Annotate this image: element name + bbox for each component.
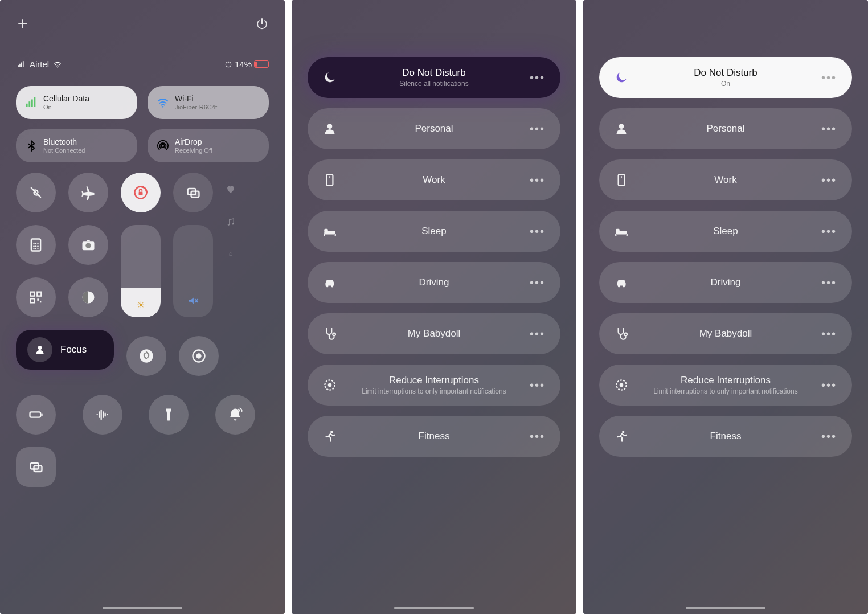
mirror-icon xyxy=(185,185,201,200)
focus-item-title: Reduce Interruptions xyxy=(681,375,771,386)
bluetooth-tile[interactable]: Bluetooth Not Connected xyxy=(16,129,137,162)
wifi-title: Wi-Fi xyxy=(175,94,217,104)
cellular-data-tile[interactable]: Cellular Data On xyxy=(16,86,137,119)
shazam-button[interactable] xyxy=(126,336,166,376)
work-icon xyxy=(322,173,337,187)
battery-icon xyxy=(254,60,269,68)
wave-icon xyxy=(95,407,110,423)
calculator-button[interactable] xyxy=(16,225,56,265)
dark-mode-icon xyxy=(80,289,96,305)
focus-item-title: Work xyxy=(423,174,445,186)
shazam-icon xyxy=(138,348,154,364)
alarm-button[interactable] xyxy=(215,395,255,435)
screen-record-button[interactable] xyxy=(179,336,219,376)
carrier-label: Airtel xyxy=(30,59,49,69)
battery-icon xyxy=(28,407,44,423)
focus-option-work[interactable]: Work ••• xyxy=(599,159,852,200)
low-power-button[interactable] xyxy=(16,395,56,435)
mute-icon xyxy=(187,294,199,307)
person-icon xyxy=(614,121,629,136)
dark-mode-button[interactable] xyxy=(68,277,108,317)
focus-option-my-babydoll[interactable]: My Babydoll ••• xyxy=(308,313,560,354)
focus-item-title: My Babydoll xyxy=(699,328,752,339)
focus-button[interactable]: Focus xyxy=(16,330,114,370)
focus-option-work[interactable]: Work ••• xyxy=(308,159,560,200)
bluetooth-title: Bluetooth xyxy=(43,137,85,147)
heart-icon[interactable] xyxy=(226,184,236,194)
dnd-more-button[interactable]: ••• xyxy=(530,71,547,84)
focus-option-fitness[interactable]: Fitness ••• xyxy=(599,416,852,457)
focus-option-driving[interactable]: Driving ••• xyxy=(599,262,852,303)
focus-item-title: Reduce Interruptions xyxy=(389,375,479,386)
flashlight-button[interactable] xyxy=(149,395,189,435)
focus-item-sub: Limit interruptions to only important no… xyxy=(653,387,797,395)
focus-item-more-button[interactable]: ••• xyxy=(821,276,838,289)
dnd-option[interactable]: Do Not Disturb Silence all notifications… xyxy=(308,57,560,98)
reduce-icon xyxy=(614,378,629,392)
add-icon[interactable] xyxy=(16,17,30,31)
focus-item-title: Sleep xyxy=(713,226,738,237)
focus-item-more-button[interactable]: ••• xyxy=(530,276,547,289)
focus-item-more-button[interactable]: ••• xyxy=(530,122,547,136)
focus-item-more-button[interactable]: ••• xyxy=(530,379,547,392)
wifi-tile[interactable]: Wi-Fi JioFiber-R6C4f xyxy=(148,86,269,119)
focus-option-sleep[interactable]: Sleep ••• xyxy=(308,211,560,252)
focus-item-more-button[interactable]: ••• xyxy=(821,122,838,136)
stethoscope-icon xyxy=(322,326,337,341)
sync-icon xyxy=(224,60,232,68)
focus-item-more-button[interactable]: ••• xyxy=(821,430,838,443)
dnd-option-active[interactable]: Do Not Disturb On ••• xyxy=(599,57,852,98)
focus-item-more-button[interactable]: ••• xyxy=(821,225,838,238)
qr-scan-button[interactable] xyxy=(16,277,56,317)
airplane-button[interactable] xyxy=(68,173,108,212)
fitness-icon xyxy=(614,429,629,444)
sound-recognition-button[interactable] xyxy=(83,395,122,435)
volume-slider[interactable] xyxy=(173,225,213,317)
focus-item-more-button[interactable]: ••• xyxy=(530,430,547,443)
focus-item-more-button[interactable]: ••• xyxy=(530,174,547,187)
camera-button[interactable] xyxy=(68,225,108,265)
app-switcher-button[interactable] xyxy=(16,447,56,487)
dnd-title: Do Not Disturb xyxy=(694,67,757,79)
mirror-icon xyxy=(28,459,44,475)
focus-item-title: Work xyxy=(714,174,736,186)
dnd-more-button[interactable]: ••• xyxy=(821,71,838,84)
focus-option-reduce-interruptions[interactable]: Reduce Interruptions Limit interruptions… xyxy=(599,365,852,406)
wifi-status-icon xyxy=(52,60,63,68)
driving-icon xyxy=(322,275,337,290)
focus-item-more-button[interactable]: ••• xyxy=(821,328,838,341)
hotspot-button[interactable] xyxy=(16,173,56,212)
focus-item-more-button[interactable]: ••• xyxy=(530,225,547,238)
focus-option-reduce-interruptions[interactable]: Reduce Interruptions Limit interruptions… xyxy=(308,365,560,406)
focus-item-sub: Limit interruptions to only important no… xyxy=(362,387,506,395)
brightness-slider[interactable]: ☀ xyxy=(121,225,161,317)
focus-item-more-button[interactable]: ••• xyxy=(821,174,838,187)
bluetooth-icon xyxy=(25,140,38,152)
fitness-icon xyxy=(322,429,337,444)
screen-mirroring-button[interactable] xyxy=(173,173,213,212)
focus-option-fitness[interactable]: Fitness ••• xyxy=(308,416,560,457)
control-center-panel: Airtel 14% Cellular Data On Wi-Fi xyxy=(0,0,285,614)
power-icon[interactable] xyxy=(255,17,269,31)
focus-item-title: Driving xyxy=(711,277,741,288)
focus-item-more-button[interactable]: ••• xyxy=(821,379,838,392)
torch-icon xyxy=(161,407,177,423)
orientation-lock-button[interactable] xyxy=(121,173,161,212)
focus-option-driving[interactable]: Driving ••• xyxy=(308,262,560,303)
airdrop-icon xyxy=(157,140,169,152)
reduce-icon xyxy=(322,378,337,392)
airdrop-tile[interactable]: AirDrop Receiving Off xyxy=(148,129,269,162)
driving-icon xyxy=(614,275,629,290)
battery-pct: 14% xyxy=(235,59,252,69)
focus-option-my-babydoll[interactable]: My Babydoll ••• xyxy=(599,313,852,354)
focus-item-more-button[interactable]: ••• xyxy=(530,328,547,341)
moon-icon xyxy=(614,70,629,85)
focus-option-personal[interactable]: Personal ••• xyxy=(599,108,852,149)
dnd-sub: Silence all notifications xyxy=(399,80,468,88)
focus-option-sleep[interactable]: Sleep ••• xyxy=(599,211,852,252)
focus-option-personal[interactable]: Personal ••• xyxy=(308,108,560,149)
link-off-icon xyxy=(28,185,44,200)
music-icon[interactable] xyxy=(226,217,236,227)
home-icon[interactable]: ⌂ xyxy=(229,250,233,257)
lock-icon xyxy=(133,185,149,200)
